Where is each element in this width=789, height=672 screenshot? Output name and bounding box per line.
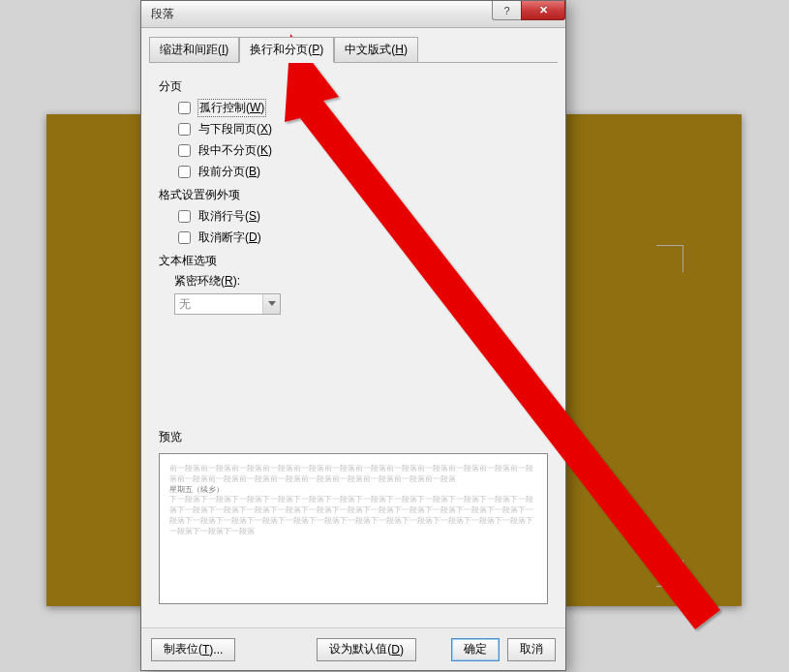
tab-indent-spacing[interactable]: 缩进和间距(I) <box>149 37 239 63</box>
dialog-title: 段落 <box>151 6 174 22</box>
section-pagination: 分页 <box>159 78 548 95</box>
checkbox-label: 取消行号(S) <box>198 208 260 225</box>
close-button[interactable]: ✕ <box>521 1 565 20</box>
checkbox-suppress-line-numbers[interactable]: 取消行号(S) <box>174 207 548 226</box>
set-default-button[interactable]: 设为默认值(D) <box>317 638 416 661</box>
help-button[interactable]: ? <box>492 1 521 20</box>
tab-label: 换行和分页(P) <box>250 43 323 56</box>
section-textbox-options: 文本框选项 <box>159 253 548 269</box>
crop-mark-bottom-right <box>656 560 683 587</box>
tabs-button[interactable]: 制表位(T)... <box>151 638 235 661</box>
checkbox-label: 段前分页(B) <box>198 164 260 180</box>
tab-label: 缩进和间距(I) <box>160 43 228 56</box>
tab-label: 中文版式(H) <box>345 43 408 56</box>
dialog-titlebar[interactable]: 段落 ? ✕ <box>141 1 565 28</box>
checkbox-input[interactable] <box>178 231 191 244</box>
select-value: 无 <box>179 296 191 313</box>
checkbox-input[interactable] <box>178 166 191 178</box>
checkbox-no-hyphenation[interactable]: 取消断字(D) <box>174 229 548 247</box>
checkbox-keep-lines-together[interactable]: 段中不分页(K) <box>174 141 548 160</box>
crop-mark-top-right <box>656 245 683 272</box>
ok-button[interactable]: 确定 <box>451 638 500 661</box>
checkbox-label: 与下段同页(X) <box>198 121 272 137</box>
chevron-down-icon[interactable] <box>262 294 280 314</box>
checkbox-input[interactable] <box>178 123 191 136</box>
checkbox-page-break-before[interactable]: 段前分页(B) <box>174 163 548 181</box>
preview-sample-text: 星期五（续乡） <box>169 485 537 496</box>
dialog-button-bar: 制表位(T)... 设为默认值(D) 确定 取消 <box>141 627 565 670</box>
paragraph-dialog: 段落 ? ✕ 缩进和间距(I) 换行和分页(P) 中文版式(H) 分页 孤行控制… <box>140 0 566 671</box>
checkbox-label: 取消断字(D) <box>198 229 261 246</box>
dialog-body: 分页 孤行控制(W) 与下段同页(X) 段中不分页(K) 段前分页(B) 格式设… <box>149 62 558 627</box>
checkbox-input[interactable] <box>178 210 191 223</box>
cancel-button[interactable]: 取消 <box>507 638 556 661</box>
checkbox-label: 段中不分页(K) <box>198 142 272 159</box>
tight-wrap-select[interactable]: 无 <box>174 293 281 315</box>
tab-line-page-breaks[interactable]: 换行和分页(P) <box>239 37 334 63</box>
tab-strip: 缩进和间距(I) 换行和分页(P) 中文版式(H) <box>141 28 565 62</box>
preview-before-text: 前一段落前一段落前一段落前一段落前一段落前一段落前一段落前一段落前一段落前一段落… <box>169 464 537 485</box>
checkbox-keep-with-next[interactable]: 与下段同页(X) <box>174 120 548 138</box>
checkbox-input[interactable] <box>178 144 191 157</box>
checkbox-label: 孤行控制(W) <box>198 100 265 116</box>
checkbox-widow-control[interactable]: 孤行控制(W) <box>174 99 548 117</box>
section-format-exceptions: 格式设置例外项 <box>159 187 548 203</box>
preview-after-text: 下一段落下一段落下一段落下一段落下一段落下一段落下一段落下一段落下一段落下一段落… <box>169 495 537 536</box>
tab-chinese-typography[interactable]: 中文版式(H) <box>334 37 418 63</box>
preview-box: 前一段落前一段落前一段落前一段落前一段落前一段落前一段落前一段落前一段落前一段落… <box>159 453 548 604</box>
tight-wrap-label: 紧密环绕(R): <box>174 273 548 290</box>
section-preview: 预览 <box>159 429 548 445</box>
checkbox-input[interactable] <box>178 102 191 114</box>
